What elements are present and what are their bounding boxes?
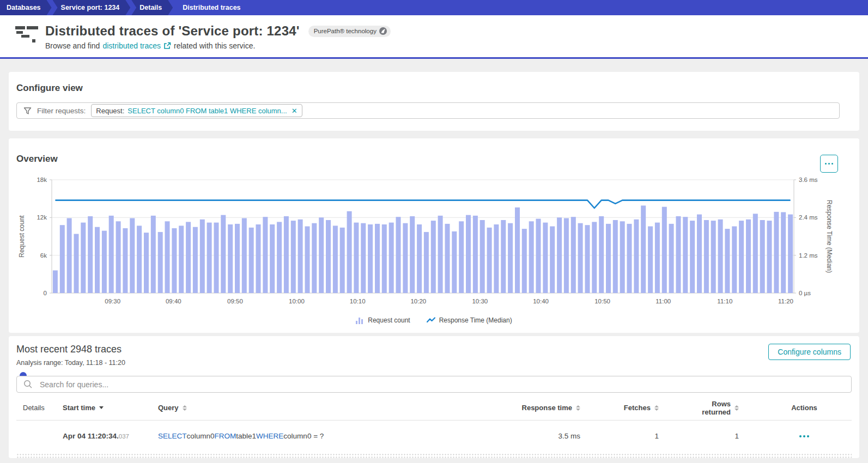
svg-text:10:00: 10:00 [289, 298, 305, 304]
breadcrumb-item-details[interactable]: Details [131, 0, 173, 15]
search-input[interactable] [16, 376, 852, 393]
filter-requests-label: Filter requests: [37, 107, 86, 115]
configure-view-title: Configure view [16, 83, 852, 94]
page-header: Distributed traces of 'Service port: 123… [0, 15, 868, 59]
chip-prefix: Request: [96, 107, 124, 115]
column-header-start-time[interactable]: Start time [63, 404, 158, 412]
subtitle-suffix: related with this service. [174, 41, 255, 50]
sort-desc-icon [99, 406, 104, 409]
svg-text:10:30: 10:30 [472, 298, 488, 304]
legend-response-time: Response Time (Median) [427, 316, 512, 324]
svg-text:3.6 ms: 3.6 ms [799, 176, 818, 183]
row-start-time: Apr 04 11:20:34.037 [63, 432, 158, 440]
svg-text:10:50: 10:50 [594, 298, 610, 304]
svg-text:12k: 12k [37, 214, 47, 221]
request-filter-chip[interactable]: Request: SELECT column0 FROM table1 WHER… [91, 104, 302, 117]
breadcrumb-item-service-port[interactable]: Service port: 1234 [53, 0, 131, 15]
breadcrumb-item-distributed-traces[interactable]: Distributed traces [174, 0, 251, 15]
analysis-range: Analysis range: Today, 11:18 - 11:20 [16, 359, 125, 367]
sort-icon [576, 405, 580, 411]
filter-funnel-icon [23, 107, 32, 115]
column-header-query[interactable]: Query [158, 404, 518, 412]
svg-text:0 µs: 0 µs [799, 290, 811, 296]
search-icon [23, 380, 33, 389]
configure-columns-button[interactable]: Configure columns [768, 344, 851, 360]
svg-text:09:30: 09:30 [105, 298, 120, 304]
purepath-badge: PurePath® technology [308, 26, 391, 37]
bar-series-icon [356, 317, 364, 324]
row-response-time: 3.5 ms [518, 432, 605, 440]
row-query: SELECT column0 FROM table1 WHERE column0… [158, 432, 518, 440]
sort-icon [654, 405, 659, 411]
column-header-actions: Actions [763, 404, 845, 412]
traces-card: Most recent 2948 traces Analysis range: … [9, 336, 859, 458]
dynatrace-logo-icon [379, 27, 387, 35]
overview-chart-svg[interactable]: 00 µs6k1.2 ms12k2.4 ms18k3.6 ms09:3009:4… [16, 176, 852, 310]
distributed-traces-link[interactable]: distributed traces [102, 41, 161, 50]
sort-icon [735, 405, 739, 411]
page-subtitle: Browse and find distributed traces relat… [45, 41, 391, 50]
overview-card: Overview 00 µs6k1.2 ms12k2.4 ms18k3.6 ms… [9, 138, 859, 333]
row-rows-returned: 1 [683, 432, 763, 440]
svg-text:10:10: 10:10 [350, 298, 366, 304]
distributed-trace-icon [15, 26, 38, 45]
svg-text:0: 0 [44, 290, 47, 296]
legend-request-count: Request count [356, 316, 410, 324]
svg-text:10:20: 10:20 [410, 298, 426, 304]
page-title: Distributed traces of 'Service port: 123… [45, 23, 300, 39]
subtitle-prefix: Browse and find [45, 41, 100, 50]
column-header-fetches[interactable]: Fetches [605, 404, 683, 412]
chart-legend: Request count Response Time (Median) [16, 316, 852, 324]
external-link-icon[interactable] [163, 42, 171, 50]
svg-text:11:20: 11:20 [778, 298, 793, 304]
filter-requests-bar[interactable]: Filter requests: Request: SELECT column0… [16, 102, 840, 119]
line-series-icon [427, 317, 435, 324]
svg-text:1.2 ms: 1.2 ms [799, 252, 818, 259]
breadcrumb-item-databases[interactable]: Databases [0, 0, 52, 15]
column-header-details: Details [23, 404, 63, 412]
svg-text:6k: 6k [40, 252, 47, 259]
chip-query-text: SELECT column0 FROM table1 WHERE column.… [128, 107, 287, 115]
breadcrumb: Databases Service port: 1234 Details Dis… [0, 0, 868, 15]
svg-text:11:00: 11:00 [655, 298, 671, 304]
row-actions-cell [763, 432, 845, 441]
svg-text:Request count: Request count [18, 215, 26, 258]
overview-chart[interactable]: 00 µs6k1.2 ms12k2.4 ms18k3.6 ms09:3009:4… [16, 176, 852, 312]
svg-text:10:40: 10:40 [533, 298, 549, 304]
svg-text:09:50: 09:50 [227, 298, 243, 304]
row-details-cell [23, 434, 63, 439]
overview-title: Overview [16, 154, 852, 165]
column-header-response-time[interactable]: Response time [518, 404, 605, 412]
sort-icon [183, 405, 187, 411]
chip-remove-icon[interactable]: ✕ [292, 107, 298, 115]
expand-chevron-icon[interactable] [23, 434, 32, 439]
configure-view-card: Configure view Filter requests: Request:… [9, 72, 859, 131]
overview-more-button[interactable] [820, 155, 838, 173]
svg-text:2.4 ms: 2.4 ms [799, 214, 818, 221]
purepath-badge-label: PurePath® technology [314, 28, 377, 34]
row-actions-menu-icon[interactable] [796, 432, 812, 441]
svg-text:11:10: 11:10 [717, 298, 732, 304]
next-row-skeleton [16, 453, 852, 458]
svg-text:18k: 18k [37, 176, 47, 183]
svg-text:09:40: 09:40 [166, 298, 181, 304]
row-fetches: 1 [605, 432, 683, 440]
svg-text:Response Time (Median): Response Time (Median) [825, 200, 833, 273]
table-header-row: Details Start time Query Response time F… [16, 395, 852, 421]
column-header-rows-returned[interactable]: Rows returned [683, 400, 763, 416]
table-row[interactable]: Apr 04 11:20:34.037 SELECT column0 FROM … [16, 421, 852, 452]
traces-title: Most recent 2948 traces [16, 344, 125, 355]
